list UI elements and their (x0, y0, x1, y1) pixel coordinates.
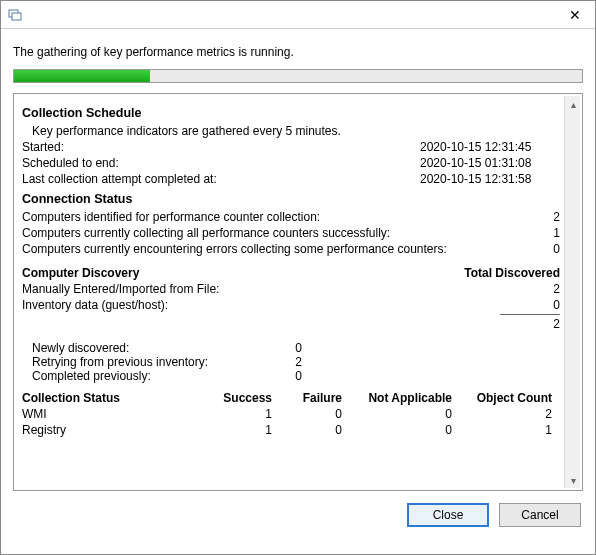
conn-success-label: Computers currently collecting all perfo… (22, 226, 530, 240)
scroll-up-icon[interactable]: ▴ (565, 96, 581, 112)
conn-identified-value: 2 (530, 210, 560, 224)
last-label: Last collection attempt completed at: (22, 172, 282, 186)
row0-failure: 0 (272, 407, 342, 421)
row0-success: 1 (202, 407, 272, 421)
disc-sum-value: 2 (530, 317, 560, 331)
table-row: WMI 1 0 0 2 (22, 407, 560, 421)
disc-inventory-value: 0 (530, 298, 560, 312)
progress-fill (14, 70, 150, 82)
disc-manual-value: 2 (530, 282, 560, 296)
collstat-heading: Collection Status (22, 391, 202, 405)
end-label: Scheduled to end: (22, 156, 282, 170)
discovery-heading: Computer Discovery (22, 266, 464, 280)
details-panel: Collection Schedule Key performance indi… (13, 93, 583, 491)
table-row: Registry 1 0 0 1 (22, 423, 560, 437)
app-icon (7, 7, 23, 23)
conn-identified-label: Computers identified for performance cou… (22, 210, 530, 224)
schedule-heading: Collection Schedule (22, 106, 560, 120)
disc-newly-value: 0 (242, 341, 302, 355)
dialog-content: The gathering of key performance metrics… (1, 29, 595, 491)
disc-completed-label: Completed previously: (32, 369, 242, 383)
connection-heading: Connection Status (22, 192, 560, 206)
end-value: 2020-10-15 01:31:08 (420, 156, 560, 170)
dialog-buttons: Close Cancel (1, 491, 595, 539)
vertical-scrollbar[interactable]: ▴ ▾ (564, 96, 580, 488)
scroll-area: Collection Schedule Key performance indi… (22, 100, 560, 484)
schedule-desc: Key performance indicators are gathered … (32, 124, 560, 138)
row1-failure: 0 (272, 423, 342, 437)
titlebar: ✕ (1, 1, 595, 29)
row0-name: WMI (22, 407, 202, 421)
row0-na: 0 (342, 407, 452, 421)
disc-inventory-label: Inventory data (guest/host): (22, 298, 530, 312)
started-label: Started: (22, 140, 282, 154)
col-failure: Failure (272, 391, 342, 405)
close-button[interactable]: Close (407, 503, 489, 527)
scroll-down-icon[interactable]: ▾ (565, 472, 581, 488)
cancel-button[interactable]: Cancel (499, 503, 581, 527)
row0-obj: 2 (452, 407, 552, 421)
svg-rect-1 (12, 13, 21, 20)
col-success: Success (202, 391, 272, 405)
discovery-total-heading: Total Discovered (464, 266, 560, 280)
close-icon[interactable]: ✕ (561, 5, 589, 25)
started-value: 2020-10-15 12:31:45 (420, 140, 560, 154)
conn-errors-value: 0 (530, 242, 560, 256)
col-na: Not Applicable (342, 391, 452, 405)
row1-name: Registry (22, 423, 202, 437)
row1-obj: 1 (452, 423, 552, 437)
disc-completed-value: 0 (242, 369, 302, 383)
conn-errors-label: Computers currently encountering errors … (22, 242, 530, 256)
progress-bar (13, 69, 583, 83)
status-message: The gathering of key performance metrics… (13, 45, 583, 59)
last-value: 2020-10-15 12:31:58 (420, 172, 560, 186)
disc-sum-spacer (22, 317, 530, 331)
disc-newly-label: Newly discovered: (32, 341, 242, 355)
disc-retry-label: Retrying from previous inventory: (32, 355, 242, 369)
col-obj: Object Count (452, 391, 552, 405)
conn-success-value: 1 (530, 226, 560, 240)
disc-manual-label: Manually Entered/Imported from File: (22, 282, 530, 296)
row1-na: 0 (342, 423, 452, 437)
row1-success: 1 (202, 423, 272, 437)
disc-retry-value: 2 (242, 355, 302, 369)
sum-divider (500, 314, 560, 315)
